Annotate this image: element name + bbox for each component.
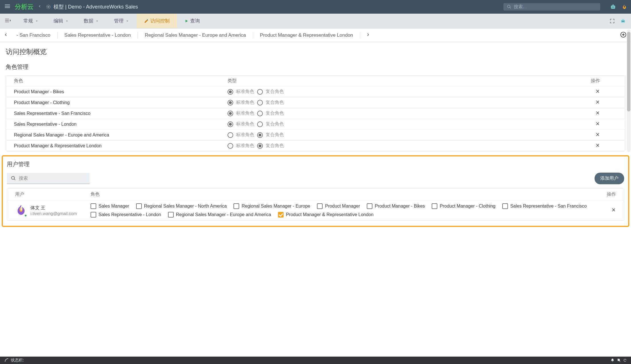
radio-label: 标准角色 (236, 132, 254, 138)
role-checkbox-item[interactable]: Regional Sales Manager - Europe and Amer… (168, 212, 271, 218)
status-arc-icon (4, 357, 11, 363)
menu-toggle-icon[interactable] (0, 18, 16, 24)
delete-role-button[interactable] (595, 121, 600, 127)
radio-standard[interactable] (228, 89, 233, 95)
tab-item[interactable]: Sales Representative - London (58, 32, 138, 38)
robot-icon[interactable] (620, 18, 626, 24)
radio-composite[interactable] (257, 89, 263, 95)
delete-role-button[interactable] (595, 143, 600, 149)
role-name: Regional Sales Manager - Europe and Amer… (14, 133, 228, 138)
radio-label: 标准角色 (236, 110, 254, 116)
radio-composite[interactable] (257, 121, 263, 127)
role-checkbox-item[interactable]: Regional Sales Manager - Europe (233, 203, 310, 209)
radio-standard[interactable] (228, 111, 233, 116)
radio-standard[interactable] (228, 143, 233, 149)
app-logo[interactable]: 分析云 (15, 3, 34, 11)
checkbox-label: Regional Sales Manager - Europe and Amer… (176, 212, 271, 217)
tab-scroll-left[interactable] (2, 31, 10, 40)
checkbox[interactable] (432, 203, 437, 209)
fullscreen-icon[interactable] (609, 18, 615, 24)
role-name: Product Manager & Representative London (14, 143, 228, 148)
tab-item[interactable]: Regional Sales Manager - Europe and Amer… (138, 32, 253, 38)
tab-item[interactable]: Product Manager & Representative London (253, 32, 360, 38)
chevron-down-icon (35, 19, 39, 23)
col-header-role: 角色 (91, 191, 593, 197)
app-header: 分析云 模型 | Demo - AdventureWorks Sales (0, 0, 631, 14)
role-checkbox-item[interactable]: Product Manager (317, 203, 360, 209)
role-checkbox-item[interactable]: Regional Sales Manager - North America (136, 203, 227, 209)
user-table: 用户 角色 操作 体文 王 i.tiven.wang@gmail.com Sal… (7, 188, 624, 221)
user-search-input[interactable] (19, 176, 85, 181)
radio-composite[interactable] (257, 111, 263, 116)
radio-composite[interactable] (257, 100, 263, 106)
delete-role-button[interactable] (595, 132, 600, 138)
status-bar: 状态栏: (0, 357, 631, 364)
svg-point-1 (46, 5, 50, 9)
add-user-button[interactable]: 添加用户 (595, 173, 624, 184)
radio-composite[interactable] (257, 132, 263, 138)
role-checkbox-item[interactable]: Sales Manager (91, 203, 129, 209)
checkbox[interactable] (278, 212, 284, 218)
checkbox-label: Sales Representative - San Francisco (510, 204, 587, 209)
delete-role-button[interactable] (595, 100, 600, 106)
global-search[interactable] (503, 3, 600, 11)
svg-point-0 (48, 6, 49, 8)
role-table: 角色 类型 操作 Product Manager - Bikes 标准角色 复合… (6, 75, 625, 151)
role-checkbox-item[interactable]: Product Manager & Representative London (278, 212, 374, 218)
user-row: 体文 王 i.tiven.wang@gmail.com Sales Manage… (7, 200, 624, 220)
menu-edit[interactable]: 编辑 (46, 14, 76, 28)
bell-off-icon[interactable] (617, 358, 621, 362)
flame-icon[interactable] (622, 3, 627, 10)
hamburger-icon[interactable] (4, 3, 11, 11)
svg-point-7 (622, 21, 623, 22)
radio-standard[interactable] (228, 132, 233, 138)
menu-query[interactable]: 查询 (177, 14, 207, 28)
tab-item[interactable]: - San Francisco (10, 32, 57, 38)
col-header-user: 用户 (15, 191, 91, 197)
checkbox[interactable] (136, 203, 142, 209)
scrollbar[interactable] (627, 30, 630, 152)
global-search-input[interactable] (514, 4, 597, 9)
radio-label: 标准角色 (236, 121, 254, 127)
radio-standard[interactable] (228, 100, 233, 106)
checkbox-label: Sales Representative - London (99, 212, 161, 217)
delete-role-button[interactable] (595, 89, 600, 95)
col-header-action: 操作 (367, 78, 617, 84)
menu-manage[interactable]: 管理 (106, 14, 137, 28)
role-row: Product Manager - Clothing 标准角色 复合角色 (6, 97, 625, 108)
checkbox[interactable] (502, 203, 508, 209)
menu-general[interactable]: 常规 (16, 14, 46, 28)
role-checkbox-item[interactable]: Sales Representative - London (91, 212, 161, 218)
tab-scroll-right[interactable] (364, 31, 372, 40)
checkbox[interactable] (233, 203, 239, 209)
search-icon (507, 5, 511, 9)
checkbox[interactable] (91, 212, 96, 218)
role-checkbox-item[interactable]: Product Manager - Clothing (432, 203, 495, 209)
role-checkbox-item[interactable]: Sales Representative - San Francisco (502, 203, 587, 209)
radio-composite[interactable] (257, 143, 263, 149)
user-search[interactable] (7, 173, 89, 184)
delete-user-button[interactable] (593, 208, 616, 213)
back-button[interactable] (38, 4, 42, 9)
checkbox-label: Sales Manager (99, 204, 129, 209)
checkbox[interactable] (367, 203, 372, 209)
radio-standard[interactable] (228, 121, 233, 127)
menu-data[interactable]: 数据 (76, 14, 106, 28)
checkbox[interactable] (91, 203, 96, 209)
sync-icon[interactable] (623, 358, 627, 362)
content-area: 访问控制概览 角色管理 角色 类型 操作 Product Manager - B… (0, 42, 631, 151)
radio-label: 标准角色 (236, 143, 254, 149)
play-icon (185, 19, 189, 23)
robot-icon[interactable] (610, 4, 616, 10)
checkbox[interactable] (317, 203, 323, 209)
breadcrumb[interactable]: 模型 | Demo - AdventureWorks Sales (46, 3, 138, 10)
col-header-type: 类型 (228, 78, 367, 84)
chevron-down-icon (65, 19, 69, 23)
delete-role-button[interactable] (595, 111, 600, 116)
svg-rect-9 (622, 19, 623, 20)
bell-icon[interactable] (610, 358, 614, 362)
chevron-down-icon (125, 19, 129, 23)
checkbox[interactable] (168, 212, 174, 218)
menu-access-control[interactable]: 访问控制 (137, 14, 177, 28)
role-checkbox-item[interactable]: Product Manager - Bikes (367, 203, 425, 209)
